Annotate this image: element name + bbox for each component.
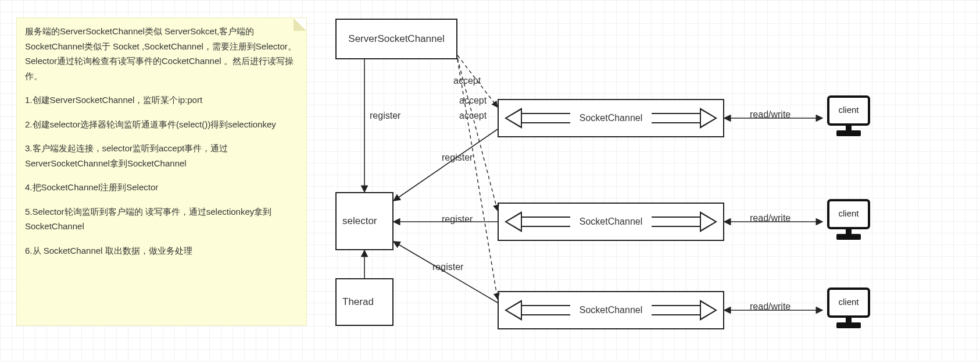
server-socket-channel-label: ServerSocketChannel <box>348 33 444 45</box>
note-step-2: 2.创建selector选择器轮询监听通道事件(select())得到selec… <box>25 117 298 132</box>
edge-label-register-1: register <box>442 152 473 163</box>
edge-label-accept-1: accept <box>453 76 481 86</box>
note-step-4: 4.把SocketChannel注册到Selector <box>25 180 298 195</box>
edge-label-rw-1: read/write <box>750 109 791 120</box>
thread-node: Therad <box>335 278 394 326</box>
server-socket-channel-node: ServerSocketChannel <box>335 19 457 59</box>
socket-channel-node-3: SocketChannel <box>498 291 724 329</box>
socket-channel-node-1: SocketChannel <box>498 99 724 137</box>
selector-label: selector <box>342 215 377 227</box>
diagram-canvas: 服务端的ServerSocketChannel类似 ServerSokcet,客… <box>0 0 980 362</box>
socket-channel-node-2: SocketChannel <box>498 203 724 241</box>
socket-channel-label-1: SocketChannel <box>570 113 652 123</box>
note-intro: 服务端的ServerSocketChannel类似 ServerSokcet,客… <box>25 24 298 83</box>
socket-channel-label-3: SocketChannel <box>570 305 652 315</box>
edge-label-accept-2: accept <box>459 95 487 106</box>
client-label-1: client <box>822 105 875 115</box>
note-step-5: 5.Selector轮询监听到客户端的 读写事件，通过selectionkey拿… <box>25 204 298 234</box>
note-step-3: 3.客户端发起连接，selector监听到accept事件，通过ServerSo… <box>25 141 298 171</box>
socket-channel-label-2: SocketChannel <box>570 217 652 227</box>
edge-label-register-2: register <box>442 214 473 225</box>
svg-line-5 <box>394 129 498 201</box>
client-node-2: client <box>822 197 875 243</box>
client-node-1: client <box>822 93 875 140</box>
edge-label-rw-3: read/write <box>750 301 791 312</box>
edge-label-register-ssc: register <box>370 111 400 121</box>
edge-label-register-3: register <box>432 262 463 272</box>
client-label-3: client <box>822 297 875 307</box>
client-label-2: client <box>822 208 875 218</box>
edge-label-rw-2: read/write <box>750 213 791 223</box>
selector-node: selector <box>335 192 394 250</box>
edge-label-accept-3: accept <box>459 111 487 121</box>
note-step-6: 6.从 SocketChannel 取出数据，做业务处理 <box>25 243 298 258</box>
client-node-3: client <box>822 285 875 332</box>
thread-label: Therad <box>342 296 374 308</box>
note-step-1: 1.创建ServerSocketChannel，监听某个ip:port <box>25 93 298 108</box>
description-note: 服务端的ServerSocketChannel类似 ServerSokcet,客… <box>16 17 307 326</box>
